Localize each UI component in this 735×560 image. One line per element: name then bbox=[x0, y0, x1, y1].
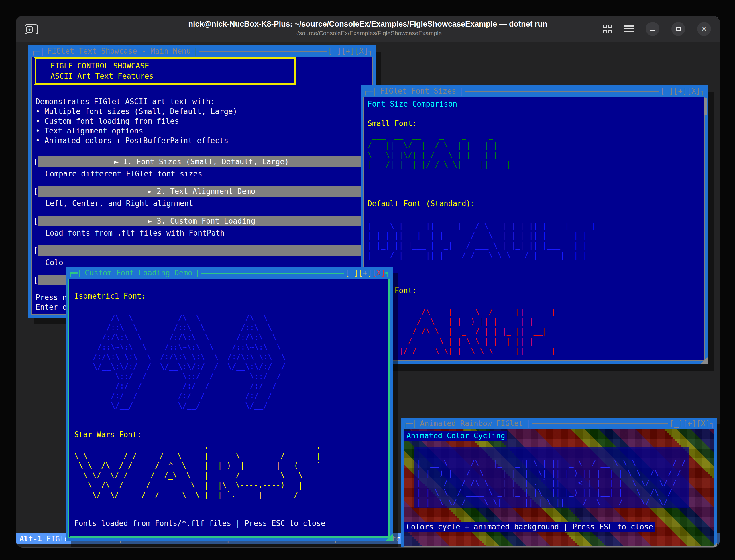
border-glyph: ╕ bbox=[385, 269, 390, 277]
rainbow-titlebar[interactable]: ┌─|Animated Rainbow FIGlet| [_][+][X]┐ bbox=[404, 418, 714, 429]
default-font-art: ____ _____ _____ _ _ _ _ _____ | _ \ | _… bbox=[368, 211, 596, 260]
menu-item-2: [ ► 2. Text Alignment Demo ] bbox=[33, 186, 370, 197]
isometric-font-art: ___ ___ ___ /\ \ /\ \ /\ \ /::\ \ /::\ \… bbox=[84, 303, 285, 410]
terminal-screen: ┌─|FIGlet Text Showcase - Main Menu| [_]… bbox=[16, 42, 720, 547]
menu-item-1: [ ► 1. Font Sizes (Small, Default, Large… bbox=[33, 156, 370, 167]
intro-text: Demonstrates FIGlet ASCII art text with:… bbox=[36, 97, 237, 145]
terminal-subtitle: ~/source/ConsoleEx/Examples/FigleShowcas… bbox=[188, 29, 547, 37]
custom-font-titlebar[interactable]: ╒═|Custom Font Loading Demo| [_][+][X]╕ bbox=[68, 267, 390, 279]
main-menu-hint-2: Enter o bbox=[36, 302, 67, 312]
font-sizes-heading: Font Size Comparison bbox=[368, 99, 457, 109]
menu-item-4: [ ] bbox=[33, 245, 370, 256]
minimize-icon bbox=[650, 30, 655, 31]
titlebar-line bbox=[201, 272, 344, 274]
terminal-title: nick@nick-NucBox-K8-Plus: ~/source/Conso… bbox=[188, 19, 547, 29]
minimize-button[interactable] bbox=[646, 22, 659, 36]
bracket-left: [ bbox=[33, 217, 38, 225]
border-glyph: ╒═| bbox=[68, 269, 82, 277]
default-font-label: Default Font (Standard): bbox=[368, 199, 475, 208]
font-sizes-titlebar[interactable]: ┌─|FIGlet Font Sizes| [_][+][X]┐ bbox=[363, 85, 705, 97]
isometric-font-label: Isometric1 Font: bbox=[74, 291, 146, 301]
border-glyph: ┐ bbox=[700, 87, 705, 95]
window-maximize-button[interactable]: [+] bbox=[341, 47, 354, 55]
menu-item-2-button[interactable]: ► 2. Text Alignment Demo bbox=[38, 186, 365, 197]
border-glyph: ┐ bbox=[368, 47, 373, 55]
rainbow-footer-hint: Colors cycle + animated background | Pre… bbox=[404, 522, 655, 532]
terminal-header: + nick@nick-NucBox-K8-Plus: ~/source/Con… bbox=[16, 16, 720, 42]
window-close-button[interactable]: [X] bbox=[696, 419, 710, 428]
custom-font-footer-hint: Fonts loaded from Fonts/*.flf files | Pr… bbox=[74, 518, 325, 528]
rainbow-body: Animated Color Cycling _____ _____ _ _ _… bbox=[404, 429, 714, 547]
starwars-font-art: __ __ ___ .______ _______. \ \ / / / \ |… bbox=[74, 441, 321, 500]
large-font-art: _ _____ _____ ______ | | /\ | __ \ / ___… bbox=[368, 297, 556, 356]
menu-item-4-desc: Colo bbox=[45, 258, 63, 267]
small-font-label: Small Font: bbox=[368, 119, 417, 128]
menu-item-2-desc: Left, Center, and Right alignment bbox=[45, 198, 193, 208]
close-icon: ✕ bbox=[701, 25, 707, 32]
plus-icon: + bbox=[26, 26, 33, 33]
menu-item-3: [ ► 3. Custom Font Loading ] bbox=[33, 216, 370, 226]
bracket-left: [ bbox=[33, 157, 38, 166]
terminal-header-controls: ✕ bbox=[603, 22, 711, 36]
border-glyph: | bbox=[194, 47, 198, 55]
window-maximize-button[interactable]: [+] bbox=[683, 419, 696, 428]
banner-box: FIGLE CONTROL SHOWCASE ASCII Art Text Fe… bbox=[34, 57, 296, 85]
window-close-button[interactable]: [X] bbox=[687, 87, 700, 95]
menu-icon[interactable] bbox=[624, 25, 634, 32]
border-glyph: ┌─| bbox=[363, 87, 377, 95]
small-font-art: ___ __ __ _ _ _ / __|| \/ | / \ | | | | … bbox=[368, 131, 511, 169]
window-minimize-button[interactable]: [_] bbox=[328, 47, 341, 55]
window-close-button[interactable]: [X] bbox=[354, 47, 368, 55]
window-minimize-button[interactable]: [_] bbox=[669, 419, 683, 428]
new-tab-button[interactable]: + bbox=[25, 24, 38, 34]
window-minimize-button[interactable]: [_] bbox=[345, 269, 358, 277]
font-sizes-title: FIGlet Font Sizes bbox=[380, 87, 456, 95]
border-glyph: | bbox=[195, 269, 200, 277]
terminal-titles: nick@nick-NucBox-K8-Plus: ~/source/Conso… bbox=[188, 19, 547, 37]
maximize-icon bbox=[676, 27, 681, 31]
titlebar-line bbox=[465, 91, 659, 92]
border-glyph: | bbox=[459, 87, 464, 95]
border-glyph: ┌─| bbox=[31, 47, 44, 55]
scrollbar-thumb[interactable] bbox=[704, 98, 707, 115]
banner-text: FIGLE CONTROL SHOWCASE ASCII Art Text Fe… bbox=[36, 59, 294, 81]
border-glyph: | bbox=[526, 419, 531, 428]
rainbow-title: Animated Rainbow FIGlet bbox=[420, 419, 523, 428]
window-custom-font: ╒═|Custom Font Loading Demo| [_][+][X]╕ … bbox=[66, 267, 393, 541]
rainbow-heading: Animated Color Cycling bbox=[404, 431, 507, 441]
font-sizes-body: Font Size Comparison Small Font: ___ __ … bbox=[363, 97, 705, 361]
titlebar-line bbox=[199, 51, 327, 52]
main-menu-title: FIGlet Text Showcase - Main Menu bbox=[47, 47, 191, 55]
main-menu-hint-1: Press n bbox=[36, 293, 67, 302]
tab-overview-icon[interactable] bbox=[603, 25, 612, 33]
border-glyph: ┌─| bbox=[404, 419, 417, 428]
bracket-left: [ bbox=[33, 246, 38, 255]
menu-item-3-desc: Load fonts from .flf files with FontPath bbox=[45, 228, 224, 238]
resize-grip[interactable] bbox=[710, 543, 717, 547]
main-menu-titlebar[interactable]: ┌─|FIGlet Text Showcase - Main Menu| [_]… bbox=[31, 45, 373, 57]
custom-font-body: Isometric1 Font: ___ ___ ___ /\ \ /\ \ /… bbox=[68, 279, 390, 538]
window-maximize-button[interactable]: [+] bbox=[358, 269, 372, 277]
starwars-font-label: Star Wars Font: bbox=[74, 430, 141, 439]
custom-font-title: Custom Font Loading Demo bbox=[85, 269, 192, 277]
menu-item-4-button[interactable] bbox=[38, 245, 365, 256]
terminal-window: + nick@nick-NucBox-K8-Plus: ~/source/Con… bbox=[16, 16, 720, 548]
window-font-sizes: ┌─|FIGlet Font Sizes| [_][+][X]┐ Font Si… bbox=[360, 85, 708, 364]
menu-item-1-desc: Compare different FIGlet font sizes bbox=[45, 169, 202, 179]
window-rainbow: ┌─|Animated Rainbow FIGlet| [_][+][X]┐ A… bbox=[401, 418, 717, 547]
maximize-button[interactable] bbox=[671, 22, 685, 36]
titlebar-line bbox=[532, 423, 669, 424]
bracket-left: [ bbox=[33, 276, 38, 284]
window-close-button[interactable]: [X] bbox=[372, 269, 385, 277]
bracket-left: [ bbox=[33, 187, 38, 196]
resize-grip[interactable] bbox=[700, 357, 708, 364]
menu-item-1-button[interactable]: ► 1. Font Sizes (Small, Default, Large) bbox=[38, 156, 365, 167]
rainbow-art: _____ _____ _ _ ____ ____ __ __ | __ \ /… bbox=[414, 447, 689, 508]
border-glyph: ┐ bbox=[710, 419, 714, 428]
close-button[interactable]: ✕ bbox=[697, 22, 711, 36]
menu-item-3-button[interactable]: ► 3. Custom Font Loading bbox=[38, 216, 365, 226]
window-minimize-button[interactable]: [_] bbox=[660, 87, 673, 95]
screenshot-root: + nick@nick-NucBox-K8-Plus: ~/source/Con… bbox=[0, 0, 735, 560]
resize-grip[interactable] bbox=[385, 534, 393, 541]
window-maximize-button[interactable]: [+] bbox=[673, 87, 687, 95]
